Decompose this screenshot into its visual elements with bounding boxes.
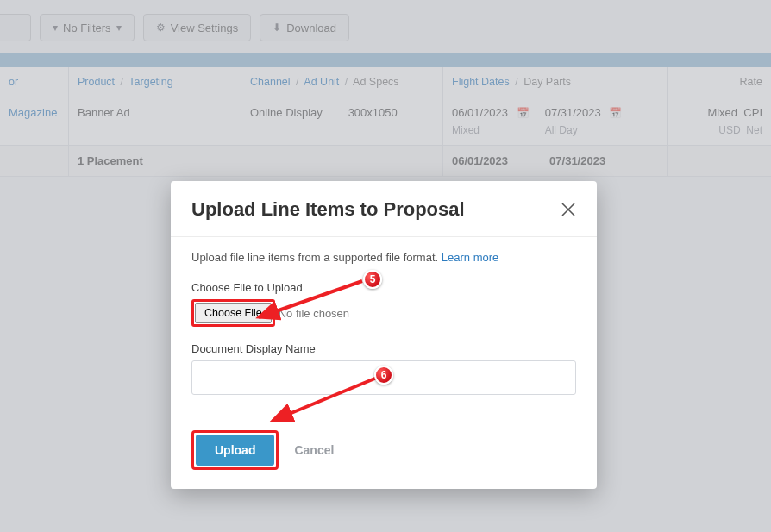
modal-title: Upload Line Items to Proposal bbox=[191, 198, 465, 221]
close-icon[interactable] bbox=[561, 202, 576, 217]
download-label: Download bbox=[286, 22, 336, 34]
col-rate: Rate bbox=[740, 76, 762, 88]
summary-row: 1 Placement 06/01/2023 07/31/2023 bbox=[0, 146, 771, 177]
row-currency: USD bbox=[718, 124, 740, 136]
row-dayparts: All Day bbox=[545, 124, 623, 136]
col-product[interactable]: Product bbox=[78, 76, 115, 88]
filter-icon: ▾ bbox=[53, 22, 58, 34]
summary-start: 06/01/2023 bbox=[452, 154, 508, 167]
calendar-icon[interactable]: 📅 bbox=[517, 107, 530, 119]
choose-file-button[interactable]: Choose File bbox=[195, 303, 272, 323]
col-ad-specs: Ad Specs bbox=[353, 76, 399, 88]
view-settings-button[interactable]: ⚙ View Settings bbox=[143, 14, 252, 41]
upload-button[interactable]: Upload bbox=[196, 435, 274, 466]
choose-file-label: Choose File to Upload bbox=[191, 281, 576, 294]
filters-button[interactable]: ▾ No Filters ▾ bbox=[40, 14, 135, 41]
doc-name-label: Document Display Name bbox=[191, 342, 576, 355]
line-items-grid: or Product / Targeting Channel / Ad Unit… bbox=[0, 67, 771, 177]
table-header: or Product / Targeting Channel / Ad Unit… bbox=[0, 67, 771, 97]
download-button[interactable]: ⬇ Download bbox=[260, 14, 349, 41]
row-flight-end: 07/31/2023 bbox=[545, 106, 601, 119]
upload-modal: Upload Line Items to Proposal Upload fil… bbox=[171, 181, 597, 489]
view-label: View Settings bbox=[171, 22, 239, 34]
annotation-highlight-upload: Upload bbox=[191, 430, 279, 470]
modal-hint: Upload file line items from a supported … bbox=[191, 251, 576, 264]
row-rate-type: Mixed bbox=[707, 106, 737, 119]
row-freq: Mixed bbox=[452, 124, 530, 136]
download-icon: ⬇ bbox=[273, 22, 281, 34]
col-targeting[interactable]: Targeting bbox=[128, 76, 172, 88]
summary-end: 07/31/2023 bbox=[549, 154, 605, 167]
row-rate-unit: CPI bbox=[743, 106, 762, 119]
no-file-chosen: No file chosen bbox=[279, 307, 349, 320]
annotation-badge-6: 6 bbox=[374, 366, 393, 385]
row-channel: Online Display bbox=[250, 106, 345, 119]
summary-placement: 1 Placement bbox=[78, 154, 143, 167]
calendar-icon[interactable]: 📅 bbox=[609, 107, 622, 119]
toolbar: ▾ No Filters ▾ ⚙ View Settings ⬇ Downloa… bbox=[0, 0, 771, 53]
learn-more-link[interactable]: Learn more bbox=[442, 251, 498, 264]
col-flight[interactable]: Flight Dates bbox=[452, 76, 510, 88]
chevron-down-icon: ▾ bbox=[116, 22, 122, 34]
filters-label: No Filters bbox=[63, 22, 111, 34]
col-dayparts: Day Parts bbox=[523, 76, 571, 88]
annotation-badge-5: 5 bbox=[363, 270, 382, 289]
annotation-highlight-choose: Choose File bbox=[191, 299, 275, 327]
cancel-button[interactable]: Cancel bbox=[294, 443, 334, 457]
row-flight-start: 06/01/2023 bbox=[452, 106, 508, 119]
row-adspecs: 300x1050 bbox=[348, 106, 398, 119]
col-ad-unit[interactable]: Ad Unit bbox=[304, 76, 339, 88]
row-or[interactable]: Magazine bbox=[9, 106, 57, 119]
header-band bbox=[0, 53, 771, 67]
gear-icon: ⚙ bbox=[156, 22, 166, 34]
cropped-button[interactable] bbox=[0, 14, 31, 41]
row-gross: Net bbox=[746, 124, 762, 136]
col-channel[interactable]: Channel bbox=[250, 76, 291, 88]
col-or[interactable]: or bbox=[9, 76, 18, 88]
table-row[interactable]: Magazine Banner Ad Online Display 300x10… bbox=[0, 97, 771, 146]
row-product: Banner Ad bbox=[78, 106, 130, 119]
